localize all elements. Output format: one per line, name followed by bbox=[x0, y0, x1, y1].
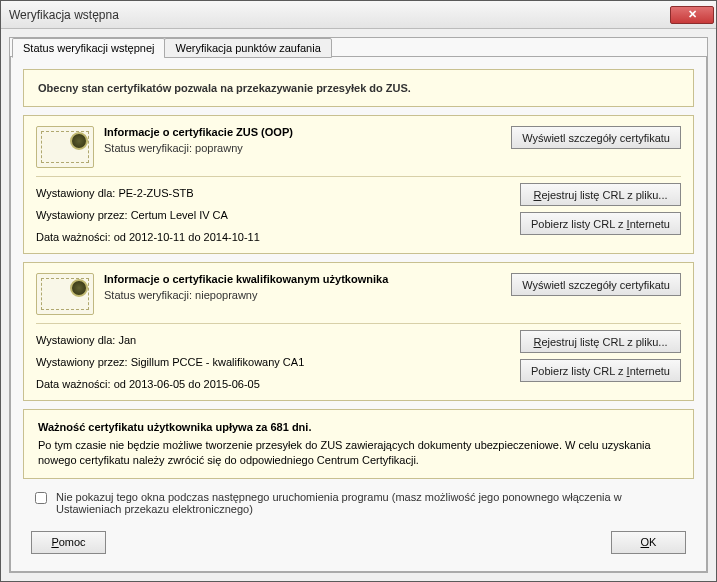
zus-register-crl-file-button[interactable]: Rejestruj listę CRL z pliku... bbox=[520, 183, 681, 206]
summary-panel: Obecny stan certyfikatów pozwala na prze… bbox=[23, 69, 694, 107]
bottom-button-row: Pomoc OK bbox=[23, 523, 694, 554]
tab-panel-status: Obecny stan certyfikatów pozwala na prze… bbox=[10, 56, 707, 572]
certificate-icon bbox=[36, 273, 94, 315]
cert-panel-user: Informacje o certyfikacie kwalifikowanym… bbox=[23, 262, 694, 401]
user-download-crl-button[interactable]: Pobierz listy CRL z Internetu bbox=[520, 359, 681, 382]
close-button[interactable]: ✕ bbox=[670, 6, 714, 24]
zus-download-crl-button[interactable]: Pobierz listy CRL z Internetu bbox=[520, 212, 681, 235]
ok-button[interactable]: OK bbox=[611, 531, 686, 554]
cert-user-validity: Data ważności: od 2013-06-05 do 2015-06-… bbox=[36, 378, 510, 390]
cert-user-status: Status weryfikacji: niepoprawny bbox=[104, 289, 501, 301]
dont-show-row: Nie pokazuj tego okna podczas następnego… bbox=[23, 487, 694, 515]
close-icon: ✕ bbox=[688, 9, 697, 20]
cert-user-top-buttons: Wyświetl szczegóły certyfikatu bbox=[511, 273, 681, 296]
cert-user-fields: Wystawiony dla: Jan Wystawiony przez: Si… bbox=[36, 330, 510, 390]
cert-zus-buttons: Rejestruj listę CRL z pliku... Pobierz l… bbox=[520, 183, 681, 243]
cert-zus-status-label: Status weryfikacji: bbox=[104, 142, 192, 154]
cert-user-header: Informacje o certyfikacie kwalifikowanym… bbox=[36, 273, 681, 324]
cert-zus-status: Status weryfikacji: poprawny bbox=[104, 142, 501, 154]
zus-show-details-button[interactable]: Wyświetl szczegóły certyfikatu bbox=[511, 126, 681, 149]
cert-zus-fields: Wystawiony dla: PE-2-ZUS-STB Wystawiony … bbox=[36, 183, 510, 243]
tab-container: Status weryfikacji wstępnej Weryfikacja … bbox=[9, 37, 708, 573]
tab-trust[interactable]: Weryfikacja punktów zaufania bbox=[164, 38, 331, 58]
user-register-crl-file-button[interactable]: Rejestruj listę CRL z pliku... bbox=[520, 330, 681, 353]
tab-strip: Status weryfikacji wstępnej Weryfikacja … bbox=[12, 38, 707, 58]
cert-user-issued-by: Wystawiony przez: Sigillum PCCE - kwalif… bbox=[36, 356, 510, 368]
cert-user-issued-for: Wystawiony dla: Jan bbox=[36, 334, 510, 346]
cert-zus-title: Informacje o certyfikacie ZUS (OOP) bbox=[104, 126, 501, 138]
cert-user-head-text: Informacje o certyfikacie kwalifikowanym… bbox=[104, 273, 501, 301]
cert-zus-top-buttons: Wyświetl szczegóły certyfikatu bbox=[511, 126, 681, 149]
dont-show-checkbox[interactable] bbox=[35, 492, 47, 504]
summary-text: Obecny stan certyfikatów pozwala na prze… bbox=[38, 82, 679, 94]
cert-user-status-label: Status weryfikacji: bbox=[104, 289, 192, 301]
cert-zus-head-text: Informacje o certyfikacie ZUS (OOP) Stat… bbox=[104, 126, 501, 154]
cert-zus-status-value: poprawny bbox=[195, 142, 243, 154]
cert-zus-issued-by: Wystawiony przez: Certum Level IV CA bbox=[36, 209, 510, 221]
titlebar: Weryfikacja wstępna ✕ bbox=[1, 1, 716, 29]
validity-panel: Ważność certyfikatu użytkownika upływa z… bbox=[23, 409, 694, 479]
cert-zus-body: Wystawiony dla: PE-2-ZUS-STB Wystawiony … bbox=[36, 183, 681, 243]
dont-show-label[interactable]: Nie pokazuj tego okna podczas następnego… bbox=[56, 491, 686, 515]
cert-user-status-value: niepoprawny bbox=[195, 289, 257, 301]
validity-body: Po tym czasie nie będzie możliwe tworzen… bbox=[38, 438, 679, 468]
cert-user-body: Wystawiony dla: Jan Wystawiony przez: Si… bbox=[36, 330, 681, 390]
window-title: Weryfikacja wstępna bbox=[9, 8, 670, 22]
help-button[interactable]: Pomoc bbox=[31, 531, 106, 554]
cert-panel-zus: Informacje o certyfikacie ZUS (OOP) Stat… bbox=[23, 115, 694, 254]
certificate-icon bbox=[36, 126, 94, 168]
user-show-details-button[interactable]: Wyświetl szczegóły certyfikatu bbox=[511, 273, 681, 296]
cert-zus-header: Informacje o certyfikacie ZUS (OOP) Stat… bbox=[36, 126, 681, 177]
verification-window: Weryfikacja wstępna ✕ Status weryfikacji… bbox=[0, 0, 717, 582]
tab-status[interactable]: Status weryfikacji wstępnej bbox=[12, 38, 165, 58]
content-area: Status weryfikacji wstępnej Weryfikacja … bbox=[1, 29, 716, 581]
validity-title: Ważność certyfikatu użytkownika upływa z… bbox=[38, 420, 679, 435]
cert-user-title: Informacje o certyfikacie kwalifikowanym… bbox=[104, 273, 501, 285]
cert-user-buttons: Rejestruj listę CRL z pliku... Pobierz l… bbox=[520, 330, 681, 390]
cert-zus-issued-for: Wystawiony dla: PE-2-ZUS-STB bbox=[36, 187, 510, 199]
cert-zus-validity: Data ważności: od 2012-10-11 do 2014-10-… bbox=[36, 231, 510, 243]
